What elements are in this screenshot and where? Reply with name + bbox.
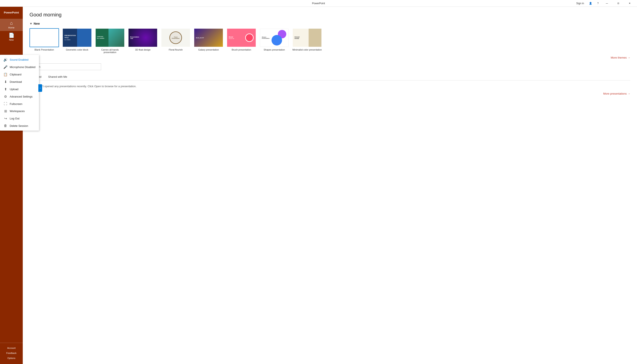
sidebar-item-new[interactable]: 📄 New xyxy=(0,31,23,43)
template-3dfloat[interactable]: PresentationTitle 3D float design xyxy=(128,28,158,54)
cameo-image xyxy=(108,29,124,47)
popup-label-advanced: Advanced Settings xyxy=(10,95,32,98)
popup-label-sound: Sound Enabled xyxy=(10,58,28,61)
template-thumb-3dfloat[interactable]: PresentationTitle xyxy=(128,28,158,47)
new-section-title: New xyxy=(34,22,40,25)
template-thumb-galaxy[interactable]: GALAXY xyxy=(194,28,223,47)
shapes-text: ShapesPresentation xyxy=(262,36,270,39)
template-thumb-floral[interactable]: FloralPresentation xyxy=(161,28,190,47)
more-themes-link[interactable]: More themes → xyxy=(30,56,307,59)
popup-label-microphone: Microphone Disabled xyxy=(10,66,36,69)
template-thumb-minimalist[interactable]: Annualreview xyxy=(292,28,307,47)
popup-item-advanced[interactable]: ⚙ Advanced Settings xyxy=(0,93,39,100)
3dfloat-text: PresentationTitle xyxy=(130,36,139,39)
template-blank[interactable]: Blank Presentation xyxy=(30,28,59,54)
template-thumb-shapes[interactable]: ShapesPresentation xyxy=(260,28,289,47)
template-label-brush: Brush presentation xyxy=(232,48,251,51)
sidebar-item-home-label: Home xyxy=(8,26,14,29)
template-label-blank: Blank Presentation xyxy=(34,48,54,51)
popup-item-logout[interactable]: ↪ Log Out xyxy=(0,115,39,122)
delete-session-icon: 🗑 xyxy=(3,124,8,128)
workspaces-icon: ⊞ xyxy=(3,109,8,113)
shape-circle-2 xyxy=(272,35,282,46)
template-floral[interactable]: FloralPresentation Floral flourish xyxy=(161,28,190,54)
search-section xyxy=(30,64,307,70)
template-label-3dfloat: 3D float design xyxy=(135,48,150,51)
brush-circle xyxy=(245,34,254,42)
template-thumb-blank[interactable] xyxy=(30,28,59,47)
popup-menu: 🔊 Sound Enabled 🎤 Microphone Disabled 📋 … xyxy=(0,55,39,130)
upload-icon: ⬆ xyxy=(3,87,8,91)
microphone-icon: 🎤 xyxy=(3,65,8,69)
main-content: Good morning ▼ New Blank Presentation PR… xyxy=(23,7,307,174)
template-brush[interactable]: BrandModule title Brush presentation xyxy=(227,28,256,54)
template-cameo[interactable]: CONTOSOALL-HANDS Cameo all-hands present… xyxy=(95,28,125,54)
clipboard-icon: 📋 xyxy=(3,72,8,76)
title-bar: PowerPoint Sign in 👤 ? — ⊡ ✕ xyxy=(0,0,307,7)
template-thumb-brush[interactable]: BrandModule title xyxy=(227,28,256,47)
template-label-shapes: Shapes presentation xyxy=(264,48,285,51)
template-label-minimalist: Minimalist color presentation xyxy=(292,48,307,51)
collapse-menu-button[interactable]: ‹ xyxy=(38,84,42,92)
popup-item-delete[interactable]: 🗑 Delete Session xyxy=(0,122,39,129)
template-minimalist[interactable]: Annualreview Minimalist color presentati… xyxy=(292,28,307,54)
template-label-geometric: Geometric color block xyxy=(66,48,88,51)
template-shapes[interactable]: ShapesPresentation Shapes presentation xyxy=(260,28,289,54)
brush-text: BrandModule title xyxy=(229,36,234,39)
template-thumb-geometric[interactable]: PRESENTATIONTITLEALL-HANDS xyxy=(62,28,92,47)
sidebar-logo: PowerPoint xyxy=(4,10,19,14)
popup-item-clipboard[interactable]: 📋 Clipboard xyxy=(0,71,39,78)
templates-row: Blank Presentation PRESENTATIONTITLEALL-… xyxy=(30,28,307,54)
home-icon: ⌂ xyxy=(10,21,13,26)
new-section-header: ▼ New xyxy=(30,22,307,25)
template-thumb-cameo[interactable]: CONTOSOALL-HANDS xyxy=(95,28,125,47)
template-label-galaxy: Galaxy presentation xyxy=(198,48,219,51)
popup-label-logout: Log Out xyxy=(10,117,20,120)
popup-label-clipboard: Clipboard xyxy=(10,73,22,76)
template-label-floral: Floral flourish xyxy=(169,48,183,51)
tabs: Pinned Shared with Me xyxy=(30,74,307,80)
minimalist-text: Annualreview xyxy=(294,36,300,39)
new-icon: 📄 xyxy=(9,33,14,38)
chevron-left-icon: ‹ xyxy=(40,86,41,90)
template-label-cameo: Cameo all-hands presentation xyxy=(95,48,125,54)
popup-item-fullscreen[interactable]: ⛶ Fullscreen xyxy=(0,100,39,108)
more-presentations-link[interactable]: More presentations → xyxy=(30,92,307,95)
popup-item-upload[interactable]: ⬆ Upload xyxy=(0,86,39,93)
logout-icon: ↪ xyxy=(3,116,8,120)
popup-item-workspaces[interactable]: ⊞ Workspaces xyxy=(0,108,39,115)
popup-label-download: Download xyxy=(10,80,22,84)
popup-label-upload: Upload xyxy=(10,88,18,91)
tab-shared[interactable]: Shared with Me xyxy=(45,74,70,80)
template-galaxy[interactable]: GALAXY Galaxy presentation xyxy=(194,28,223,54)
popup-label-delete: Delete Session xyxy=(10,124,28,128)
floral-text: FloralPresentation xyxy=(172,36,180,39)
download-icon: ⬇ xyxy=(3,80,8,84)
sound-icon: 🔊 xyxy=(3,58,8,62)
search-input[interactable] xyxy=(30,64,101,70)
popup-label-fullscreen: Fullscreen xyxy=(10,102,22,106)
sidebar-item-new-label: New xyxy=(9,38,14,41)
popup-item-download[interactable]: ⬇ Download xyxy=(0,78,39,86)
popup-item-sound[interactable]: 🔊 Sound Enabled xyxy=(0,56,39,64)
galaxy-text: GALAXY xyxy=(196,37,204,39)
geometric-thumb-text: PRESENTATIONTITLEALL-HANDS xyxy=(64,34,76,41)
popup-label-workspaces: Workspaces xyxy=(10,110,25,113)
collapse-icon[interactable]: ▼ xyxy=(30,22,32,25)
advanced-settings-icon: ⚙ xyxy=(3,94,8,98)
shapes-circles xyxy=(272,29,288,46)
empty-message: You haven't opened any presentations rec… xyxy=(30,85,307,88)
fullscreen-icon: ⛶ xyxy=(3,102,8,106)
cameo-text: CONTOSOALL-HANDS xyxy=(97,36,104,40)
sidebar-item-home[interactable]: ⌂ Home xyxy=(0,19,23,31)
template-geometric[interactable]: PRESENTATIONTITLEALL-HANDS Geometric col… xyxy=(62,28,92,54)
page-title: Good morning xyxy=(30,12,307,18)
popup-item-microphone[interactable]: 🎤 Microphone Disabled xyxy=(0,64,39,71)
